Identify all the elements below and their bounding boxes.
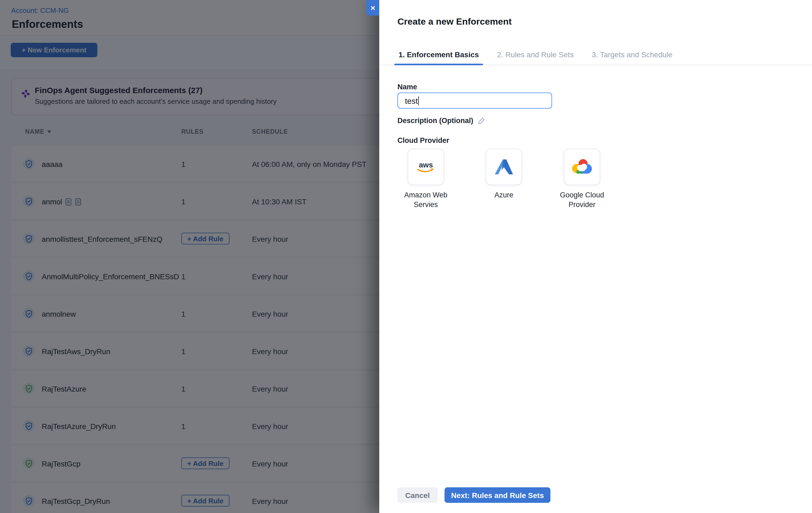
text-cursor [418, 96, 419, 105]
cloud-provider-aws[interactable]: aws Amazon Web Servies [398, 149, 454, 210]
drawer-footer: Cancel Next: Rules and Rule Sets [398, 487, 550, 503]
cancel-button[interactable]: Cancel [398, 487, 438, 503]
tab-1[interactable]: 1. Enforcement Basics [398, 46, 480, 65]
aws-logo-icon: aws [414, 160, 437, 174]
cloud-provider-card[interactable]: aws [408, 149, 444, 185]
name-field-label: Name [398, 83, 417, 91]
cloud-provider-card[interactable] [486, 149, 522, 185]
name-input[interactable]: test [398, 92, 552, 109]
gcp-logo-icon [570, 158, 594, 175]
cloud-provider-card[interactable] [564, 149, 600, 185]
create-enforcement-drawer: × Create a new Enforcement 1. Enforcemen… [379, 0, 812, 513]
azure-logo-icon [493, 157, 515, 176]
next-button[interactable]: Next: Rules and Rule Sets [444, 487, 550, 503]
description-row: Description (Optional) [398, 117, 485, 125]
tab-3[interactable]: 3. Targets and Schedule [591, 46, 674, 65]
cloud-provider-azure[interactable]: Azure [475, 149, 532, 210]
modal-backdrop[interactable] [0, 0, 379, 513]
cloud-provider-label: Cloud Provider [398, 136, 449, 144]
cloud-provider-options: aws Amazon Web Servies Azure Google Clou… [398, 149, 610, 210]
drawer-title: Create a new Enforcement [398, 17, 512, 27]
cloud-provider-name: Azure [474, 191, 533, 200]
wizard-tabs: 1. Enforcement Basics2. Rules and Rule S… [379, 46, 812, 65]
description-label: Description (Optional) [398, 117, 473, 125]
tab-2[interactable]: 2. Rules and Rule Sets [496, 46, 575, 65]
cloud-provider-gcp[interactable]: Google Cloud Provider [554, 149, 610, 210]
edit-pencil-icon[interactable] [478, 117, 485, 124]
name-input-value: test [405, 96, 418, 105]
screen: Account: CCM-NG Enforcements + New Enfor… [0, 0, 812, 513]
cloud-provider-name: Google Cloud Provider [553, 191, 611, 210]
cloud-provider-name: Amazon Web Servies [396, 191, 455, 210]
svg-text:aws: aws [419, 161, 433, 169]
close-icon[interactable]: × [367, 0, 379, 16]
